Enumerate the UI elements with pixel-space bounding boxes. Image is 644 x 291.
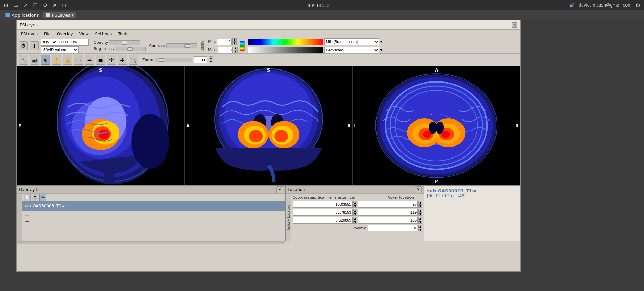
volume-spinner[interactable]: ▲ ▼ xyxy=(418,225,422,231)
applications-button[interactable]: Applications xyxy=(3,12,41,18)
greyscale-select[interactable]: Greyscale xyxy=(324,47,379,53)
lock-tool-btn[interactable]: 🔒 xyxy=(63,55,72,65)
min-spin-up[interactable]: ▲ xyxy=(232,38,237,42)
min-spin-down[interactable]: ▼ xyxy=(232,42,237,45)
move-tool-btn[interactable]: ✛ xyxy=(107,55,116,65)
voxel-y-down[interactable]: ▼ xyxy=(418,212,422,216)
overlay-collapse-btn[interactable]: − xyxy=(17,195,22,201)
forward-icon[interactable]: ↗ xyxy=(24,2,28,8)
zoom-slider[interactable] xyxy=(155,58,192,62)
overlay-file-icon[interactable]: 📄 xyxy=(24,194,31,201)
menu-view[interactable]: View xyxy=(76,31,92,37)
voxel-z-down[interactable]: ▼ xyxy=(418,220,422,224)
voxel-x-down[interactable]: ▼ xyxy=(418,204,422,208)
voxel-y-spinner[interactable]: ▲ ▼ xyxy=(418,209,422,216)
rect3-tool-btn[interactable]: ▣ xyxy=(96,55,105,65)
voxel-x-up[interactable]: ▲ xyxy=(418,201,422,204)
min-spinner[interactable]: ▲ ▼ xyxy=(232,38,237,45)
pan-tool-btn[interactable]: ✋ xyxy=(52,55,61,65)
gear-icon[interactable]: ⚙ xyxy=(43,2,47,8)
min-input[interactable]: 40 xyxy=(217,39,232,45)
copy-icon[interactable]: ❐ xyxy=(33,2,38,8)
overlay-list-close[interactable]: ✕ xyxy=(276,186,283,193)
overlay-eye-icon[interactable]: 👁 xyxy=(39,194,46,201)
overlay-name-input[interactable]: sub-OAS30003_T1w xyxy=(41,39,89,46)
zoom-spin-down[interactable]: ▼ xyxy=(209,60,213,63)
max-spinner[interactable]: ▲ ▼ xyxy=(234,47,238,53)
scanner-z-down[interactable]: ▼ xyxy=(353,220,357,224)
wrench-tool-btn[interactable]: 🔧 xyxy=(19,55,28,65)
scanner-x-down[interactable]: ▼ xyxy=(353,204,357,208)
overlay-add-btn[interactable]: + xyxy=(24,212,30,218)
scanner-z-spinner[interactable]: ▲ ▼ xyxy=(353,217,357,224)
volume-icon[interactable]: 🔊 xyxy=(569,3,574,8)
opacity-slider[interactable] xyxy=(109,40,140,45)
overlay-list-scrollbar[interactable] xyxy=(17,241,285,244)
zoom-spinner[interactable]: ▲ ▼ xyxy=(209,56,213,63)
scanner-x-up[interactable]: ▲ xyxy=(353,201,357,204)
voxel-z-up[interactable]: ▲ xyxy=(418,217,422,220)
max-input[interactable]: 600 xyxy=(218,47,233,53)
volume-up[interactable]: ▲ xyxy=(418,225,422,228)
scanner-z-up[interactable]: ▲ xyxy=(353,217,357,220)
zoom-spin-up[interactable]: ▲ xyxy=(209,56,213,60)
user-email[interactable]: david.m.cash@gmail.com xyxy=(579,3,632,8)
rect1-tool-btn[interactable]: ▭ xyxy=(74,55,83,65)
menu-tools[interactable]: Tools xyxy=(115,31,131,37)
reset-button[interactable]: RESET xyxy=(201,41,204,51)
display-icon[interactable]: ⊡ xyxy=(62,2,67,8)
brightness-slider[interactable] xyxy=(115,47,146,51)
scanner-y-spinner[interactable]: ▲ ▼ xyxy=(353,209,357,216)
menu-file[interactable]: File xyxy=(41,31,53,37)
location-sidebar[interactable]: History Location xyxy=(286,194,291,241)
volume-input[interactable] xyxy=(368,225,417,231)
contrast-slider[interactable] xyxy=(166,43,197,48)
zoom-input[interactable]: 100 xyxy=(194,56,207,63)
cursor-tool-btn[interactable]: ⊕ xyxy=(41,55,50,65)
voxel-y-up[interactable]: ▲ xyxy=(418,209,422,212)
scanner-x-input[interactable] xyxy=(293,201,353,208)
volume-down[interactable]: ▼ xyxy=(418,228,422,231)
overlay-remove-btn[interactable]: − xyxy=(24,218,30,224)
fsleyes-dropdown-icon[interactable]: ▾ xyxy=(71,13,74,18)
axial-panel[interactable]: A L R P xyxy=(353,66,520,185)
menu-overlay[interactable]: Overlay xyxy=(54,31,76,37)
scanner-y-up[interactable]: ▲ xyxy=(353,209,357,212)
colormap-dropdown-icon[interactable]: ▾ xyxy=(380,39,382,44)
max-spin-up[interactable]: ▲ xyxy=(234,47,238,50)
voxel-z-spinner[interactable]: ▲ ▼ xyxy=(418,217,422,224)
overlay-item[interactable]: sub-OAS30003_T1w xyxy=(22,201,285,211)
location-close[interactable]: ✕ xyxy=(415,186,422,193)
voxel-y-input[interactable] xyxy=(358,209,418,216)
power-icon[interactable]: ⏻ xyxy=(636,3,640,8)
overlay-info-btn[interactable]: ℹ xyxy=(30,41,39,50)
close-button[interactable]: ✕ xyxy=(512,22,517,28)
info-overlay-name[interactable]: sub-OAS30003_T1w xyxy=(427,188,517,193)
overlay-type-select[interactable]: 3D/4D volume xyxy=(41,46,79,53)
coronal-panel[interactable]: S A R xyxy=(185,66,353,185)
square-icon[interactable]: ▭ xyxy=(14,2,18,8)
max-spin-down[interactable]: ▼ xyxy=(234,50,238,53)
scanner-y-input[interactable] xyxy=(293,209,353,216)
menu-settings[interactable]: Settings xyxy=(92,31,115,37)
scanner-x-spinner[interactable]: ▲ ▼ xyxy=(353,201,357,208)
scanner-z-input[interactable] xyxy=(293,217,353,224)
fsleyes-app-button[interactable]: FSLeyes ▾ xyxy=(43,12,76,18)
colormap-select[interactable]: NIH [Brain colours] xyxy=(324,38,379,45)
voxel-x-spinner[interactable]: ▲ ▼ xyxy=(418,201,422,208)
scanner-y-down[interactable]: ▼ xyxy=(353,212,357,216)
plus-tool-btn[interactable]: + xyxy=(118,55,127,65)
axial-label-l: L xyxy=(354,123,357,128)
greyscale-dropdown-icon[interactable]: ▾ xyxy=(380,48,382,52)
menu-fsleyes[interactable]: FSLeyes xyxy=(18,31,40,37)
overlay-settings-btn[interactable]: ⚙ xyxy=(19,41,28,50)
search-tool-btn[interactable]: 🔍 xyxy=(129,55,138,65)
voxel-z-input[interactable] xyxy=(358,217,418,224)
rect2-tool-btn[interactable]: ▬ xyxy=(85,55,94,65)
grid-icon[interactable]: ⊞ xyxy=(4,2,8,8)
cross-icon[interactable]: ✕ xyxy=(53,2,57,8)
camera-tool-btn[interactable]: 📷 xyxy=(30,55,39,65)
voxel-x-input[interactable] xyxy=(358,201,418,208)
sagittal-panel[interactable]: S P xyxy=(17,66,185,185)
overlay-settings-icon[interactable]: ⚙ xyxy=(32,194,38,201)
